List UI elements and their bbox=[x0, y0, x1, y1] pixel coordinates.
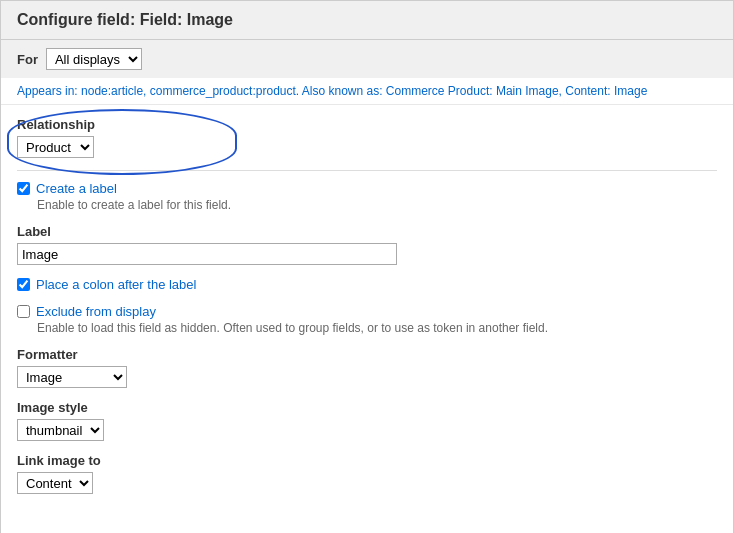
relationship-highlight: Relationship - None - Product bbox=[17, 117, 95, 158]
image-style-section: Image style thumbnail large medium origi… bbox=[17, 400, 717, 441]
formatter-dropdown[interactable]: Image URL to image None bbox=[17, 366, 127, 388]
link-image-dropdown[interactable]: Nothing Content File bbox=[17, 472, 93, 494]
create-label-checkbox[interactable] bbox=[17, 182, 30, 195]
for-label: For bbox=[17, 52, 38, 67]
relationship-section: Relationship - None - Product bbox=[17, 117, 717, 158]
relationship-label: Relationship bbox=[17, 117, 95, 132]
divider-1 bbox=[17, 170, 717, 171]
create-label-checkbox-label[interactable]: Create a label bbox=[36, 181, 117, 196]
formatter-row: Image URL to image None bbox=[17, 366, 717, 388]
create-label-section: Create a label Enable to create a label … bbox=[17, 181, 717, 212]
create-label-help: Enable to create a label for this field. bbox=[37, 198, 717, 212]
for-row: For All displays Default Teaser bbox=[1, 40, 733, 78]
panel-title: Configure field: Field: Image bbox=[17, 11, 717, 29]
image-style-dropdown[interactable]: thumbnail large medium original bbox=[17, 419, 104, 441]
label-input[interactable] bbox=[17, 243, 397, 265]
image-style-label: Image style bbox=[17, 400, 717, 415]
formatter-section: Formatter Image URL to image None bbox=[17, 347, 717, 388]
formatter-label: Formatter bbox=[17, 347, 717, 362]
configure-field-panel: Configure field: Field: Image For All di… bbox=[0, 0, 734, 533]
exclude-display-row: Exclude from display bbox=[17, 304, 717, 319]
place-colon-row: Place a colon after the label bbox=[17, 277, 717, 292]
place-colon-section: Place a colon after the label bbox=[17, 277, 717, 292]
relationship-dropdown[interactable]: - None - Product bbox=[17, 136, 94, 158]
appears-in-text: Appears in: node:article, commerce_produ… bbox=[1, 78, 733, 105]
panel-header: Configure field: Field: Image bbox=[1, 1, 733, 40]
exclude-display-help: Enable to load this field as hidden. Oft… bbox=[37, 321, 717, 335]
link-image-label: Link image to bbox=[17, 453, 717, 468]
label-field-label: Label bbox=[17, 224, 717, 239]
exclude-display-checkbox[interactable] bbox=[17, 305, 30, 318]
place-colon-checkbox[interactable] bbox=[17, 278, 30, 291]
label-section: Label bbox=[17, 224, 717, 265]
link-image-section: Link image to Nothing Content File bbox=[17, 453, 717, 494]
for-dropdown[interactable]: All displays Default Teaser bbox=[46, 48, 142, 70]
create-label-row: Create a label bbox=[17, 181, 717, 196]
place-colon-label[interactable]: Place a colon after the label bbox=[36, 277, 196, 292]
exclude-display-label[interactable]: Exclude from display bbox=[36, 304, 156, 319]
content-area: Relationship - None - Product Create a l… bbox=[1, 105, 733, 518]
exclude-display-section: Exclude from display Enable to load this… bbox=[17, 304, 717, 335]
